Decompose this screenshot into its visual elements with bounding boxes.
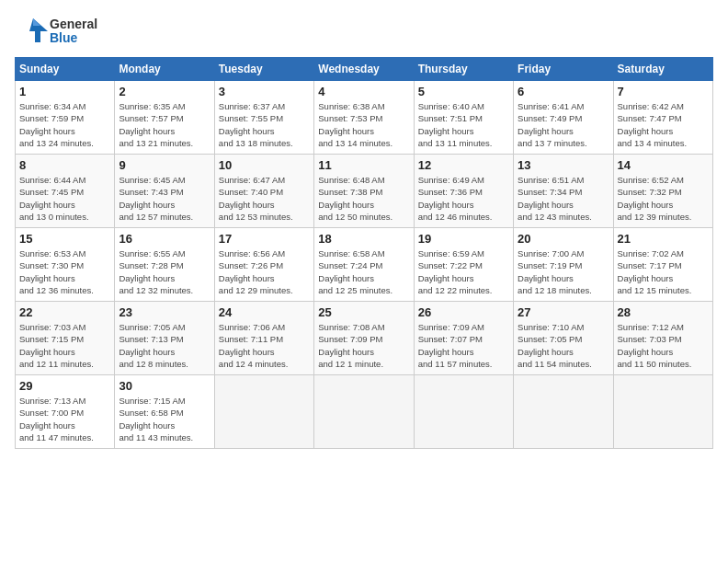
day-cell-26: 26Sunrise: 7:09 AMSunset: 7:07 PMDayligh…: [414, 302, 513, 375]
logo-bird-icon: [15, 15, 48, 48]
day-number: 14: [618, 158, 709, 172]
day-info: Sunrise: 7:00 AMSunset: 7:19 PMDaylight …: [518, 247, 609, 296]
day-number: 8: [19, 158, 110, 172]
day-number: 10: [219, 158, 310, 172]
day-cell-6: 6Sunrise: 6:41 AMSunset: 7:49 PMDaylight…: [514, 81, 613, 155]
week-row-4: 22Sunrise: 7:03 AMSunset: 7:15 PMDayligh…: [16, 302, 713, 375]
day-info: Sunrise: 6:41 AMSunset: 7:49 PMDaylight …: [518, 100, 609, 149]
day-info: Sunrise: 6:45 AMSunset: 7:43 PMDaylight …: [119, 174, 210, 223]
day-cell-27: 27Sunrise: 7:10 AMSunset: 7:05 PMDayligh…: [514, 302, 613, 375]
day-info: Sunrise: 6:56 AMSunset: 7:26 PMDaylight …: [219, 247, 310, 296]
empty-cell: [613, 375, 712, 449]
day-info: Sunrise: 7:02 AMSunset: 7:17 PMDaylight …: [618, 247, 709, 296]
day-number: 7: [618, 85, 709, 98]
day-info: Sunrise: 7:08 AMSunset: 7:09 PMDaylight …: [318, 321, 409, 370]
day-info: Sunrise: 7:13 AMSunset: 7:00 PMDaylight …: [19, 395, 110, 443]
day-number: 12: [418, 158, 509, 172]
day-cell-11: 11Sunrise: 6:48 AMSunset: 7:38 PMDayligh…: [314, 155, 414, 228]
day-number: 5: [418, 85, 509, 98]
day-number: 21: [618, 232, 709, 246]
day-cell-5: 5Sunrise: 6:40 AMSunset: 7:51 PMDaylight…: [414, 81, 513, 155]
day-cell-7: 7Sunrise: 6:42 AMSunset: 7:47 PMDaylight…: [613, 81, 712, 155]
day-cell-8: 8Sunrise: 6:44 AMSunset: 7:45 PMDaylight…: [16, 155, 115, 228]
week-row-1: 1Sunrise: 6:34 AMSunset: 7:59 PMDaylight…: [16, 81, 713, 155]
empty-cell: [514, 375, 613, 449]
day-number: 11: [318, 158, 409, 172]
day-cell-24: 24Sunrise: 7:06 AMSunset: 7:11 PMDayligh…: [214, 302, 313, 375]
day-cell-17: 17Sunrise: 6:56 AMSunset: 7:26 PMDayligh…: [214, 228, 313, 302]
logo: General Blue: [15, 15, 97, 48]
day-info: Sunrise: 6:58 AMSunset: 7:24 PMDaylight …: [318, 247, 409, 296]
day-cell-25: 25Sunrise: 7:08 AMSunset: 7:09 PMDayligh…: [314, 302, 414, 375]
day-cell-28: 28Sunrise: 7:12 AMSunset: 7:03 PMDayligh…: [613, 302, 712, 375]
day-number: 4: [318, 85, 409, 98]
day-info: Sunrise: 6:49 AMSunset: 7:36 PMDaylight …: [418, 174, 509, 223]
day-info: Sunrise: 7:03 AMSunset: 7:15 PMDaylight …: [19, 321, 110, 370]
day-number: 2: [119, 85, 210, 98]
day-info: Sunrise: 6:35 AMSunset: 7:57 PMDaylight …: [119, 100, 210, 149]
day-number: 9: [119, 158, 210, 172]
svg-marker-1: [33, 18, 40, 26]
day-info: Sunrise: 6:34 AMSunset: 7:59 PMDaylight …: [19, 100, 110, 149]
day-cell-22: 22Sunrise: 7:03 AMSunset: 7:15 PMDayligh…: [16, 302, 115, 375]
day-cell-13: 13Sunrise: 6:51 AMSunset: 7:34 PMDayligh…: [514, 155, 613, 228]
day-number: 26: [418, 305, 509, 319]
day-info: Sunrise: 6:59 AMSunset: 7:22 PMDaylight …: [418, 247, 509, 296]
day-info: Sunrise: 6:42 AMSunset: 7:47 PMDaylight …: [618, 100, 709, 149]
day-cell-15: 15Sunrise: 6:53 AMSunset: 7:30 PMDayligh…: [16, 228, 115, 302]
logo-general-text: General: [50, 17, 97, 31]
day-cell-4: 4Sunrise: 6:38 AMSunset: 7:53 PMDaylight…: [314, 81, 414, 155]
day-cell-23: 23Sunrise: 7:05 AMSunset: 7:13 PMDayligh…: [115, 302, 214, 375]
day-number: 30: [119, 379, 210, 393]
day-info: Sunrise: 6:37 AMSunset: 7:55 PMDaylight …: [219, 100, 310, 149]
day-number: 25: [318, 305, 409, 319]
day-info: Sunrise: 6:38 AMSunset: 7:53 PMDaylight …: [318, 100, 409, 149]
col-friday: Friday: [514, 58, 613, 81]
col-sunday: Sunday: [16, 58, 115, 81]
day-number: 20: [518, 232, 609, 246]
col-saturday: Saturday: [613, 58, 712, 81]
day-info: Sunrise: 6:48 AMSunset: 7:38 PMDaylight …: [318, 174, 409, 223]
day-info: Sunrise: 6:47 AMSunset: 7:40 PMDaylight …: [219, 174, 310, 223]
day-info: Sunrise: 7:05 AMSunset: 7:13 PMDaylight …: [119, 321, 210, 370]
day-info: Sunrise: 7:10 AMSunset: 7:05 PMDaylight …: [518, 321, 609, 370]
day-number: 1: [19, 85, 110, 98]
day-info: Sunrise: 7:06 AMSunset: 7:11 PMDaylight …: [219, 321, 310, 370]
col-monday: Monday: [115, 58, 214, 81]
empty-cell: [414, 375, 513, 449]
week-row-3: 15Sunrise: 6:53 AMSunset: 7:30 PMDayligh…: [16, 228, 713, 302]
day-number: 29: [19, 379, 110, 393]
day-number: 18: [318, 232, 409, 246]
day-number: 24: [219, 305, 310, 319]
day-cell-9: 9Sunrise: 6:45 AMSunset: 7:43 PMDaylight…: [115, 155, 214, 228]
day-cell-19: 19Sunrise: 6:59 AMSunset: 7:22 PMDayligh…: [414, 228, 513, 302]
day-info: Sunrise: 6:53 AMSunset: 7:30 PMDaylight …: [19, 247, 110, 296]
day-info: Sunrise: 7:15 AMSunset: 6:58 PMDaylight …: [119, 395, 210, 443]
day-info: Sunrise: 6:40 AMSunset: 7:51 PMDaylight …: [418, 100, 509, 149]
day-info: Sunrise: 7:12 AMSunset: 7:03 PMDaylight …: [618, 321, 709, 370]
day-cell-2: 2Sunrise: 6:35 AMSunset: 7:57 PMDaylight…: [115, 81, 214, 155]
day-info: Sunrise: 6:44 AMSunset: 7:45 PMDaylight …: [19, 174, 110, 223]
day-cell-3: 3Sunrise: 6:37 AMSunset: 7:55 PMDaylight…: [214, 81, 313, 155]
day-number: 28: [618, 305, 709, 319]
day-number: 13: [518, 158, 609, 172]
day-number: 15: [19, 232, 110, 246]
day-number: 16: [119, 232, 210, 246]
day-info: Sunrise: 7:09 AMSunset: 7:07 PMDaylight …: [418, 321, 509, 370]
day-number: 22: [19, 305, 110, 319]
day-number: 17: [219, 232, 310, 246]
day-number: 19: [418, 232, 509, 246]
day-cell-1: 1Sunrise: 6:34 AMSunset: 7:59 PMDaylight…: [16, 81, 115, 155]
empty-cell: [314, 375, 414, 449]
day-cell-12: 12Sunrise: 6:49 AMSunset: 7:36 PMDayligh…: [414, 155, 513, 228]
day-cell-30: 30Sunrise: 7:15 AMSunset: 6:58 PMDayligh…: [115, 375, 214, 449]
day-number: 3: [219, 85, 310, 98]
day-cell-21: 21Sunrise: 7:02 AMSunset: 7:17 PMDayligh…: [613, 228, 712, 302]
day-cell-29: 29Sunrise: 7:13 AMSunset: 7:00 PMDayligh…: [16, 375, 115, 449]
calendar-table: Sunday Monday Tuesday Wednesday Thursday…: [15, 57, 713, 449]
day-number: 6: [518, 85, 609, 98]
col-wednesday: Wednesday: [314, 58, 414, 81]
header: General Blue: [15, 15, 713, 48]
week-row-5: 29Sunrise: 7:13 AMSunset: 7:00 PMDayligh…: [16, 375, 713, 449]
day-info: Sunrise: 6:51 AMSunset: 7:34 PMDaylight …: [518, 174, 609, 223]
